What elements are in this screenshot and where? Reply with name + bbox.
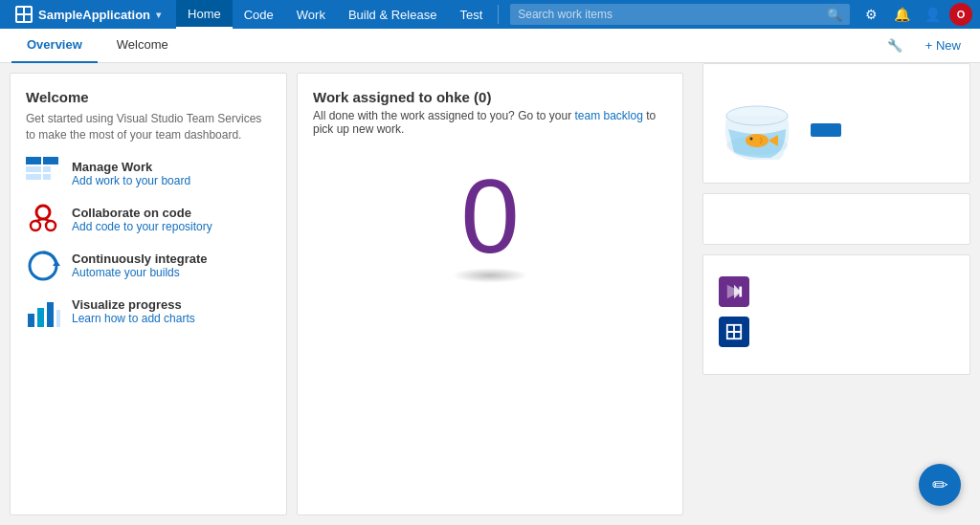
svg-rect-0 — [17, 8, 23, 13]
nav-item-home[interactable]: Home — [176, 0, 233, 29]
nav-item-code[interactable]: Code — [233, 0, 285, 29]
main-content: Welcome Get started using Visual Studio … — [0, 63, 693, 525]
vs-item-open-right[interactable] — [719, 276, 954, 307]
welcome-item-collaborate[interactable]: Collaborate on code Add code to your rep… — [26, 203, 271, 237]
svg-rect-9 — [43, 174, 51, 180]
svg-rect-7 — [26, 166, 41, 172]
fishbowl-icon-right — [719, 93, 795, 160]
integrate-text: Continuously integrate Automate your bui… — [72, 252, 208, 279]
work-count: 0 — [460, 164, 519, 269]
svg-rect-18 — [28, 314, 34, 327]
visualize-name: Visualize progress — [72, 297, 195, 312]
welcome-item-visualize[interactable]: Visualize progress Learn how to add char… — [26, 295, 271, 329]
notification-icon[interactable]: 🔔 — [888, 1, 915, 28]
app-chevron-icon: ▾ — [156, 10, 161, 20]
svg-point-30 — [746, 134, 768, 147]
team-backlog-link[interactable]: team backlog — [575, 109, 643, 122]
welcome-title: Welcome — [26, 89, 271, 105]
avatar[interactable]: O — [949, 3, 972, 26]
app-logo — [15, 6, 33, 23]
welcome-subtitle: Get started using Visual Studio Team Ser… — [26, 111, 271, 143]
collaborate-icon — [26, 203, 60, 237]
svg-marker-17 — [53, 260, 60, 266]
work-assigned-desc-prefix: All done with the work assigned to you? … — [313, 109, 575, 122]
search-icon: 🔍 — [827, 8, 842, 22]
work-assigned-card: Work assigned to ohke (0) All done with … — [297, 73, 683, 515]
manage-work-text: Manage Work Add work to your board — [72, 160, 190, 187]
tab-actions: 🔧 + New — [880, 34, 969, 56]
app-brand[interactable]: SampleApplication ▾ — [8, 6, 168, 23]
integrate-icon — [26, 249, 60, 283]
nav-item-test[interactable]: Test — [448, 0, 494, 29]
open-vs-icon-right — [719, 276, 749, 307]
svg-rect-6 — [43, 166, 51, 172]
svg-rect-1 — [25, 8, 31, 13]
team-members-content — [719, 85, 954, 167]
zero-display: 0 — [313, 140, 667, 293]
search-bar[interactable]: 🔍 — [510, 4, 850, 25]
gear-icon[interactable]: ⚙ — [858, 1, 884, 28]
svg-rect-5 — [43, 157, 51, 164]
new-action[interactable]: + New — [918, 34, 969, 56]
collaborate-link[interactable]: Add code to your repository — [72, 220, 212, 233]
svg-rect-19 — [37, 308, 44, 327]
welcome-card: Welcome Get started using Visual Studio … — [10, 73, 287, 515]
integrate-link[interactable]: Automate your builds — [72, 266, 208, 279]
work-assigned-desc: All done with the work assigned to you? … — [313, 109, 667, 136]
svg-rect-2 — [17, 15, 23, 21]
svg-rect-4 — [26, 157, 41, 164]
svg-rect-10 — [51, 157, 58, 164]
manage-work-name: Manage Work — [72, 160, 190, 174]
svg-line-15 — [43, 219, 51, 221]
svg-line-14 — [35, 219, 43, 221]
right-column — [702, 63, 970, 515]
collaborate-text: Collaborate on code Add code to your rep… — [72, 206, 212, 233]
nav-icon-group: ⚙ 🔔 👤 O — [858, 1, 972, 28]
team-members-right-card — [702, 63, 970, 184]
tab-bar: Overview Welcome 🔧 + New — [0, 29, 980, 63]
welcome-item-manage-work[interactable]: Manage Work Add work to your board — [26, 157, 271, 191]
nav-item-work[interactable]: Work — [285, 0, 337, 29]
svg-point-12 — [31, 221, 40, 230]
top-navigation: SampleApplication ▾ Home Code Work Build… — [0, 0, 980, 29]
welcome-item-integrate[interactable]: Continuously integrate Automate your bui… — [26, 249, 271, 283]
nav-item-build-release[interactable]: Build & Release — [337, 0, 449, 29]
svg-point-11 — [36, 206, 50, 219]
work-assigned-title: Work assigned to ohke (0) — [313, 89, 667, 105]
visualize-text: Visualize progress Learn how to add char… — [72, 297, 195, 325]
tab-welcome[interactable]: Welcome — [101, 29, 184, 63]
nav-divider — [498, 5, 499, 24]
svg-point-32 — [750, 138, 753, 141]
zero-shadow — [452, 268, 528, 283]
tab-overview[interactable]: Overview — [11, 29, 98, 63]
new-label: + New — [925, 38, 961, 53]
search-input[interactable] — [518, 8, 827, 21]
svg-rect-20 — [47, 302, 54, 327]
svg-point-13 — [46, 221, 56, 230]
svg-rect-3 — [25, 15, 31, 21]
app-title: SampleApplication — [38, 8, 150, 22]
svg-rect-8 — [26, 174, 41, 180]
work-links-list — [719, 217, 954, 229]
manage-work-icon — [26, 157, 60, 191]
get-vs-icon-right — [719, 317, 749, 347]
svg-rect-21 — [56, 310, 60, 327]
integrate-name: Continuously integrate — [72, 252, 208, 266]
manage-work-link[interactable]: Add work to your board — [72, 174, 190, 187]
wrench-icon: 🔧 — [887, 38, 902, 53]
svg-rect-33 — [739, 287, 742, 297]
invite-friend-button-right[interactable] — [811, 123, 841, 137]
person-icon[interactable]: 👤 — [919, 1, 946, 28]
welcome-items: Manage Work Add work to your board Colla… — [26, 157, 271, 329]
visualize-icon — [26, 295, 60, 329]
svg-point-29 — [726, 106, 788, 125]
settings-action[interactable]: 🔧 — [880, 34, 910, 56]
vs-item-get-right[interactable] — [719, 317, 954, 347]
collaborate-name: Collaborate on code — [72, 206, 212, 220]
fab-button[interactable]: ✏ — [919, 464, 961, 506]
visual-studio-right-card — [702, 254, 970, 375]
invite-section — [811, 116, 841, 137]
visualize-link[interactable]: Learn how to add charts — [72, 312, 195, 325]
work-links-card — [702, 193, 970, 245]
